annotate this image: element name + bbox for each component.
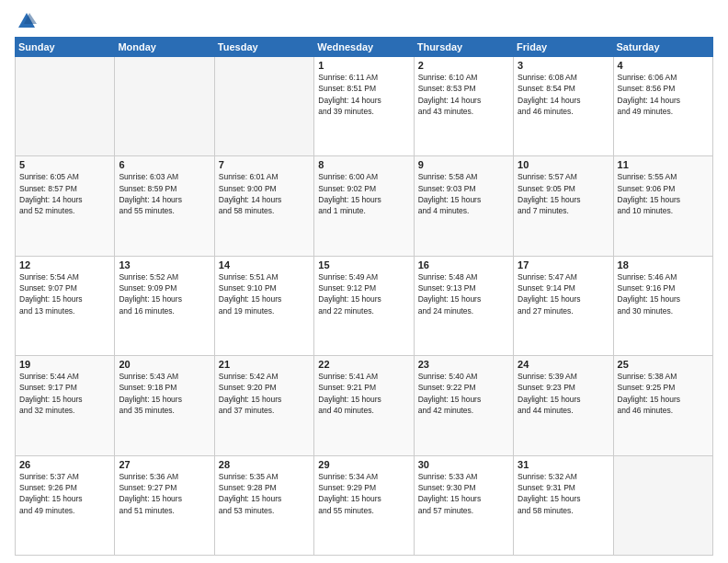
day-number: 10 <box>518 159 609 170</box>
day-info: Sunrise: 5:40 AM Sunset: 9:22 PM Dayligh… <box>418 371 509 416</box>
day-number: 14 <box>219 259 310 270</box>
calendar: SundayMondayTuesdayWednesdayThursdayFrid… <box>15 37 713 556</box>
day-number: 6 <box>119 159 210 170</box>
calendar-cell: 16Sunrise: 5:48 AM Sunset: 9:13 PM Dayli… <box>414 256 513 355</box>
day-number: 25 <box>618 359 709 370</box>
day-info: Sunrise: 5:54 AM Sunset: 9:07 PM Dayligh… <box>19 271 110 316</box>
weekday-header-sunday: Sunday <box>16 38 115 57</box>
day-info: Sunrise: 5:51 AM Sunset: 9:10 PM Dayligh… <box>219 271 310 316</box>
day-info: Sunrise: 5:58 AM Sunset: 9:03 PM Dayligh… <box>418 171 509 216</box>
weekday-header-wednesday: Wednesday <box>314 38 414 57</box>
day-info: Sunrise: 5:34 AM Sunset: 9:29 PM Dayligh… <box>318 471 409 516</box>
day-number: 1 <box>318 60 409 71</box>
day-number: 7 <box>219 159 310 170</box>
calendar-cell: 14Sunrise: 5:51 AM Sunset: 9:10 PM Dayli… <box>214 256 313 355</box>
calendar-cell: 21Sunrise: 5:42 AM Sunset: 9:20 PM Dayli… <box>214 356 313 455</box>
calendar-cell: 7Sunrise: 6:01 AM Sunset: 9:00 PM Daylig… <box>214 156 313 256</box>
calendar-cell: 4Sunrise: 6:06 AM Sunset: 8:56 PM Daylig… <box>613 57 712 156</box>
calendar-cell: 30Sunrise: 5:33 AM Sunset: 9:30 PM Dayli… <box>414 455 513 555</box>
day-info: Sunrise: 5:52 AM Sunset: 9:09 PM Dayligh… <box>119 271 210 316</box>
calendar-cell: 27Sunrise: 5:36 AM Sunset: 9:27 PM Dayli… <box>115 455 214 555</box>
calendar-cell: 11Sunrise: 5:55 AM Sunset: 9:06 PM Dayli… <box>613 156 712 256</box>
calendar-cell: 5Sunrise: 6:05 AM Sunset: 8:57 PM Daylig… <box>16 156 115 256</box>
weekday-header-monday: Monday <box>115 38 214 57</box>
day-info: Sunrise: 5:41 AM Sunset: 9:21 PM Dayligh… <box>318 371 409 416</box>
day-number: 28 <box>219 459 310 470</box>
day-info: Sunrise: 5:35 AM Sunset: 9:28 PM Dayligh… <box>219 471 310 516</box>
calendar-cell: 6Sunrise: 6:03 AM Sunset: 8:59 PM Daylig… <box>115 156 214 256</box>
week-row-5: 26Sunrise: 5:37 AM Sunset: 9:26 PM Dayli… <box>16 455 713 555</box>
day-number: 21 <box>219 359 310 370</box>
calendar-cell: 25Sunrise: 5:38 AM Sunset: 9:25 PM Dayli… <box>613 356 712 455</box>
calendar-cell <box>613 455 712 555</box>
calendar-cell: 2Sunrise: 6:10 AM Sunset: 8:53 PM Daylig… <box>414 57 513 156</box>
day-info: Sunrise: 5:38 AM Sunset: 9:25 PM Dayligh… <box>618 371 709 416</box>
calendar-cell: 9Sunrise: 5:58 AM Sunset: 9:03 PM Daylig… <box>414 156 513 256</box>
calendar-cell <box>16 57 115 156</box>
calendar-cell <box>115 57 214 156</box>
calendar-cell: 13Sunrise: 5:52 AM Sunset: 9:09 PM Dayli… <box>115 256 214 355</box>
weekday-header-tuesday: Tuesday <box>214 38 313 57</box>
day-info: Sunrise: 5:57 AM Sunset: 9:05 PM Dayligh… <box>518 171 609 216</box>
weekday-header-row: SundayMondayTuesdayWednesdayThursdayFrid… <box>16 38 713 57</box>
day-number: 3 <box>518 60 609 71</box>
day-info: Sunrise: 6:06 AM Sunset: 8:56 PM Dayligh… <box>618 72 709 117</box>
day-number: 12 <box>19 259 110 270</box>
day-info: Sunrise: 5:49 AM Sunset: 9:12 PM Dayligh… <box>318 271 409 316</box>
calendar-cell: 1Sunrise: 6:11 AM Sunset: 8:51 PM Daylig… <box>314 57 414 156</box>
week-row-4: 19Sunrise: 5:44 AM Sunset: 9:17 PM Dayli… <box>16 356 713 455</box>
calendar-cell: 26Sunrise: 5:37 AM Sunset: 9:26 PM Dayli… <box>16 455 115 555</box>
week-row-3: 12Sunrise: 5:54 AM Sunset: 9:07 PM Dayli… <box>16 256 713 355</box>
day-number: 23 <box>418 359 509 370</box>
day-number: 20 <box>119 359 210 370</box>
day-number: 22 <box>318 359 409 370</box>
day-number: 16 <box>418 259 509 270</box>
day-number: 8 <box>318 159 409 170</box>
day-info: Sunrise: 5:36 AM Sunset: 9:27 PM Dayligh… <box>119 471 210 516</box>
calendar-cell: 24Sunrise: 5:39 AM Sunset: 9:23 PM Dayli… <box>514 356 613 455</box>
calendar-cell: 15Sunrise: 5:49 AM Sunset: 9:12 PM Dayli… <box>314 256 414 355</box>
weekday-header-friday: Friday <box>514 38 613 57</box>
header <box>15 11 713 31</box>
calendar-cell: 12Sunrise: 5:54 AM Sunset: 9:07 PM Dayli… <box>16 256 115 355</box>
day-info: Sunrise: 5:42 AM Sunset: 9:20 PM Dayligh… <box>219 371 310 416</box>
page: SundayMondayTuesdayWednesdayThursdayFrid… <box>0 0 728 563</box>
day-number: 4 <box>618 60 709 71</box>
weekday-header-saturday: Saturday <box>613 38 712 57</box>
day-number: 17 <box>518 259 609 270</box>
day-info: Sunrise: 5:47 AM Sunset: 9:14 PM Dayligh… <box>518 271 609 316</box>
calendar-cell: 20Sunrise: 5:43 AM Sunset: 9:18 PM Dayli… <box>115 356 214 455</box>
day-info: Sunrise: 5:46 AM Sunset: 9:16 PM Dayligh… <box>618 271 709 316</box>
calendar-cell: 29Sunrise: 5:34 AM Sunset: 9:29 PM Dayli… <box>314 455 414 555</box>
day-info: Sunrise: 5:32 AM Sunset: 9:31 PM Dayligh… <box>518 471 609 516</box>
day-number: 31 <box>518 459 609 470</box>
day-info: Sunrise: 6:11 AM Sunset: 8:51 PM Dayligh… <box>318 72 409 117</box>
day-number: 18 <box>618 259 709 270</box>
day-info: Sunrise: 5:33 AM Sunset: 9:30 PM Dayligh… <box>418 471 509 516</box>
day-number: 13 <box>119 259 210 270</box>
day-number: 5 <box>19 159 110 170</box>
calendar-cell <box>214 57 313 156</box>
calendar-cell: 17Sunrise: 5:47 AM Sunset: 9:14 PM Dayli… <box>514 256 613 355</box>
day-info: Sunrise: 6:00 AM Sunset: 9:02 PM Dayligh… <box>318 171 409 216</box>
day-number: 2 <box>418 60 509 71</box>
calendar-cell: 28Sunrise: 5:35 AM Sunset: 9:28 PM Dayli… <box>214 455 313 555</box>
week-row-1: 1Sunrise: 6:11 AM Sunset: 8:51 PM Daylig… <box>16 57 713 156</box>
day-number: 26 <box>19 459 110 470</box>
day-info: Sunrise: 5:44 AM Sunset: 9:17 PM Dayligh… <box>19 371 110 416</box>
calendar-cell: 18Sunrise: 5:46 AM Sunset: 9:16 PM Dayli… <box>613 256 712 355</box>
day-number: 30 <box>418 459 509 470</box>
day-number: 19 <box>19 359 110 370</box>
day-info: Sunrise: 5:43 AM Sunset: 9:18 PM Dayligh… <box>119 371 210 416</box>
day-info: Sunrise: 6:08 AM Sunset: 8:54 PM Dayligh… <box>518 72 609 117</box>
day-number: 27 <box>119 459 210 470</box>
weekday-header-thursday: Thursday <box>414 38 513 57</box>
day-info: Sunrise: 5:55 AM Sunset: 9:06 PM Dayligh… <box>618 171 709 216</box>
day-info: Sunrise: 5:39 AM Sunset: 9:23 PM Dayligh… <box>518 371 609 416</box>
day-info: Sunrise: 6:01 AM Sunset: 9:00 PM Dayligh… <box>219 171 310 216</box>
calendar-cell: 23Sunrise: 5:40 AM Sunset: 9:22 PM Dayli… <box>414 356 513 455</box>
calendar-cell: 19Sunrise: 5:44 AM Sunset: 9:17 PM Dayli… <box>16 356 115 455</box>
day-number: 15 <box>318 259 409 270</box>
day-number: 11 <box>618 159 709 170</box>
week-row-2: 5Sunrise: 6:05 AM Sunset: 8:57 PM Daylig… <box>16 156 713 256</box>
